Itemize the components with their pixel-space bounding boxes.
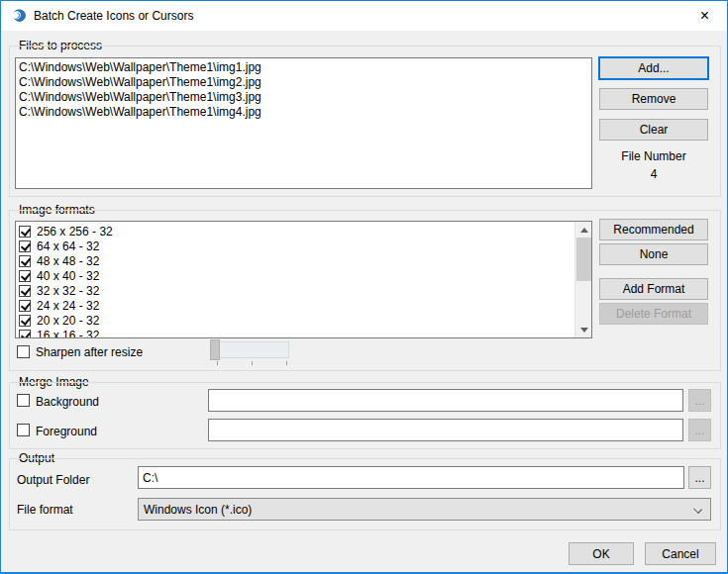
format-checkbox[interactable] [19,255,31,267]
files-list[interactable]: C:\Windows\Web\Wallpaper\Theme1\img1.jpg… [15,57,592,189]
file-item[interactable]: C:\Windows\Web\Wallpaper\Theme1\img1.jpg [16,60,591,75]
app-icon [11,8,27,24]
format-checkbox[interactable] [19,285,31,297]
batch-create-dialog: Batch Create Icons or Cursors × Files to… [0,0,728,574]
format-label: 40 x 40 - 32 [37,269,99,283]
format-item[interactable]: 20 x 20 - 32 [16,313,591,328]
output-folder-browse-button[interactable]: ... [688,466,711,489]
formats-list[interactable]: 256 x 256 - 3264 x 64 - 3248 x 48 - 3240… [15,221,592,338]
format-item[interactable]: 48 x 48 - 32 [16,253,591,268]
format-label: 32 x 32 - 32 [37,284,99,298]
sharpen-slider-track [213,341,289,358]
add-format-button[interactable]: Add Format [599,278,708,300]
output-folder-input[interactable] [138,466,684,489]
foreground-browse-button: ... [688,419,711,441]
format-label: 16 x 16 - 32 [37,329,99,339]
sharpen-slider-thumb[interactable] [210,339,220,360]
format-checkbox[interactable] [19,270,31,282]
window-title: Batch Create Icons or Cursors [34,9,193,23]
file-format-label: File format [17,503,73,517]
background-browse-button: ... [688,389,711,412]
format-checkbox[interactable] [19,240,31,252]
format-item[interactable]: 64 x 64 - 32 [16,239,591,253]
format-checkbox[interactable] [19,226,31,238]
format-label: 64 x 64 - 32 [37,239,99,253]
slider-tick [286,361,287,365]
foreground-label: Foreground [36,425,97,438]
ok-button[interactable]: OK [569,542,634,565]
format-label: 24 x 24 - 32 [37,299,99,313]
remove-button[interactable]: Remove [599,88,708,110]
format-checkbox[interactable] [19,300,31,312]
chevron-down-icon [693,505,702,514]
scrollbar-thumb[interactable] [576,238,591,281]
formats-scrollbar[interactable] [574,222,591,337]
output-folder-label: Output Folder [17,473,89,487]
file-item[interactable]: C:\Windows\Web\Wallpaper\Theme1\img2.jpg [16,75,591,90]
add-button[interactable]: Add... [598,56,709,80]
format-checkbox[interactable] [19,315,31,327]
format-item[interactable]: 32 x 32 - 32 [16,283,591,298]
format-item[interactable]: 40 x 40 - 32 [16,268,591,283]
cancel-button[interactable]: Cancel [645,542,716,565]
file-format-select[interactable]: Windows Icon (*.ico) [138,498,711,521]
none-button[interactable]: None [599,243,708,265]
foreground-path-input[interactable] [208,419,683,441]
slider-tick [217,361,218,365]
recommended-button[interactable]: Recommended [599,219,708,240]
format-label: 48 x 48 - 32 [37,254,99,268]
delete-format-button: Delete Format [599,303,708,325]
format-item[interactable]: 256 x 256 - 32 [16,224,591,239]
scroll-down-icon[interactable] [575,322,592,337]
background-checkbox[interactable] [17,394,30,407]
titlebar: Batch Create Icons or Cursors × [1,1,727,31]
sharpen-checkbox[interactable] [17,345,30,358]
file-number-value: 4 [599,167,708,181]
format-checkbox[interactable] [19,330,31,339]
format-label: 20 x 20 - 32 [37,314,99,328]
format-item[interactable]: 24 x 24 - 32 [16,298,591,313]
background-label: Background [36,395,99,409]
background-path-input[interactable] [208,389,683,412]
close-button[interactable]: × [682,1,727,30]
format-label: 256 x 256 - 32 [37,225,113,239]
foreground-checkbox[interactable] [17,424,30,436]
sharpen-label: Sharpen after resize [36,345,143,359]
file-item[interactable]: C:\Windows\Web\Wallpaper\Theme1\img3.jpg [16,90,591,105]
clear-button[interactable]: Clear [599,119,708,141]
file-format-value: Windows Icon (*.ico) [144,503,252,517]
file-number-label: File Number [599,149,708,163]
file-item[interactable]: C:\Windows\Web\Wallpaper\Theme1\img4.jpg [16,105,591,120]
scroll-up-icon[interactable] [575,222,592,238]
format-item[interactable]: 16 x 16 - 32 [16,328,591,338]
slider-tick [252,361,253,365]
